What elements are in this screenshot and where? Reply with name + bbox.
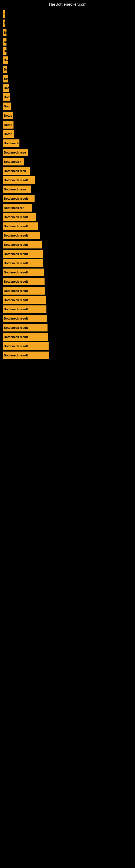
bar-label: Bottleneck result (4, 299, 28, 302)
bar-row: Bottleneck result (3, 278, 135, 285)
bar-row: Bottleneck result (3, 296, 135, 304)
bar-row: Bottleneck result (3, 176, 135, 184)
bar-label: Bot (4, 86, 9, 90)
bar-label: Bottleneck resu (4, 169, 26, 173)
bar-row: Bottleneck result (3, 315, 135, 322)
bar-label: Bottleneck res (4, 206, 24, 209)
result-bar: Bo (3, 38, 6, 45)
bar-label: Bottleneck resu (4, 188, 26, 191)
bar-label: Bottleneck result (4, 215, 28, 219)
result-bar: Bottleneck result (3, 231, 40, 239)
result-bar: Bottleneck res (3, 204, 32, 212)
bar-label: Bott (4, 105, 10, 108)
result-bar: Bottleneck result (3, 176, 35, 184)
bar-label: Bot (4, 59, 8, 62)
bar-row: Bott (3, 93, 135, 101)
bar-row: Bottleneck res (3, 204, 135, 212)
bar-label: Bottleneck resu (4, 151, 26, 154)
bar-row: Bottleneck result (3, 305, 135, 313)
bar-label: Bottle (4, 114, 12, 117)
bar-row: Bo (3, 47, 135, 55)
bar-row: Bottleneck result (3, 342, 135, 350)
bar-row: Bot (3, 75, 135, 83)
result-bar: Bot (3, 84, 9, 92)
bar-label: Bottleneck r (4, 160, 21, 163)
result-bar: Bottleneck result (3, 278, 45, 285)
bar-label: Bottleneck result (4, 234, 28, 237)
result-bar: Bott (3, 93, 10, 101)
bar-row: Bottleneck result (3, 222, 135, 230)
bar-row: Bott (3, 102, 135, 110)
result-bar: Bottleneck resu (3, 149, 28, 156)
bar-label: Bottleneck result (4, 308, 28, 311)
result-bar: Bottleneck result (3, 305, 46, 313)
result-bar: Bottleneck result (3, 324, 48, 332)
bar-label: Bottleneck result (4, 179, 28, 182)
bar-label: Bottleneck result (4, 271, 28, 274)
bar-row: Bo (3, 38, 135, 45)
bar-row: Bottleneck resu (3, 186, 135, 193)
bar-label: B (4, 12, 5, 16)
bar-row: Bottleneck result (3, 269, 135, 276)
result-bar: Bot (3, 75, 8, 83)
bar-label: Bottleneck (4, 142, 19, 145)
bar-label: Bo (4, 31, 6, 34)
bar-label: Bo (4, 40, 6, 43)
result-bar: Bot (3, 56, 8, 64)
bar-row: Bottleneck result (3, 333, 135, 341)
result-bar: Bottleneck result (3, 287, 45, 294)
result-bar: Bottleneck result (3, 213, 36, 221)
result-bar: Bottleneck result (3, 342, 49, 350)
result-bar: Bottleneck result (3, 222, 38, 230)
bar-row: Bottleneck result (3, 213, 135, 221)
result-bar: Bottleneck result (3, 259, 43, 267)
bar-label: Bottleneck result (4, 197, 28, 200)
result-bar: Bo (3, 66, 7, 73)
result-bar: Bottleneck resu (3, 167, 30, 175)
bar-row: Bot (3, 84, 135, 92)
bar-label: Bottleneck result (4, 335, 28, 339)
bar-row: Bottleneck result (3, 259, 135, 267)
result-bar: Bott (3, 102, 11, 110)
result-bar: Bottleneck resu (3, 186, 31, 193)
bar-label: Bottleneck result (4, 326, 28, 329)
bar-row: Bottleneck result (3, 324, 135, 332)
result-bar: Bottleneck result (3, 296, 46, 304)
bar-label: Bottleneck result (4, 261, 28, 265)
result-bar: Bottleneck result (3, 269, 44, 276)
bar-row: Bottleneck result (3, 241, 135, 248)
bar-label: Bottleneck result (4, 225, 28, 228)
bar-row: Bottleneck result (3, 250, 135, 258)
bar-label: Bottleneck result (4, 354, 28, 357)
result-bar: Bottleneck r (3, 158, 24, 165)
result-bar: Bottleneck result (3, 333, 48, 341)
bar-label: Bottleneck result (4, 243, 28, 246)
bar-row: Bottle (3, 121, 135, 129)
bar-row: Bottle (3, 112, 135, 119)
bar-row: B (3, 10, 135, 18)
result-bar: Bottleneck result (3, 195, 35, 203)
result-bar: Bottleneck result (3, 351, 49, 359)
result-bar: Bottle (3, 112, 13, 119)
bar-label: Bottle (4, 123, 12, 126)
result-bar: Bottleneck result (3, 241, 42, 248)
bar-label: B (4, 22, 5, 25)
bar-label: Bot (4, 77, 8, 80)
bar-row: Bottleneck result (3, 231, 135, 239)
bar-row: Bottleneck resu (3, 167, 135, 175)
bar-label: Bo (4, 68, 7, 71)
bar-label: Bottleneck result (4, 344, 28, 348)
result-bar: Bottleneck result (3, 315, 47, 322)
bar-row: Bottleneck result (3, 351, 135, 359)
result-bar: Bo (3, 29, 6, 36)
result-bar: B (3, 20, 5, 27)
bar-label: Bottleneck result (4, 289, 28, 292)
bar-label: Bo (4, 50, 6, 53)
bar-label: Bottleneck result (4, 280, 28, 283)
bar-row: Bot (3, 56, 135, 64)
bar-label: Bottle (4, 132, 12, 135)
site-title: TheBottlenecker.com (0, 0, 135, 8)
bar-label: Bottleneck result (4, 317, 28, 320)
result-bar: B (3, 10, 5, 18)
bars-wrapper: BBBoBoBoBotBoBotBotBottBottBottleBottleB… (0, 8, 135, 359)
